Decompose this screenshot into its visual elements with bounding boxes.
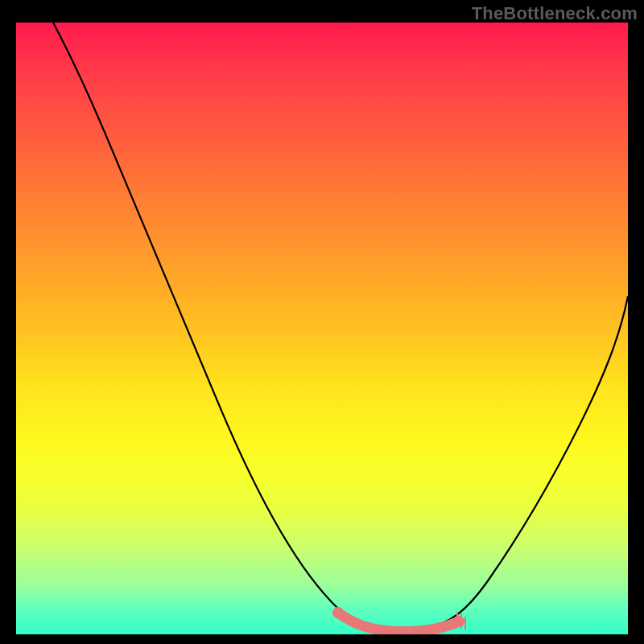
curve-path bbox=[53, 23, 628, 629]
curve-svg bbox=[16, 23, 628, 634]
chart-container: TheBottleneck.com bbox=[0, 0, 644, 644]
svg-point-0 bbox=[332, 607, 344, 618]
bottom-marker bbox=[332, 607, 465, 632]
plot-area bbox=[16, 23, 628, 634]
watermark-text: TheBottleneck.com bbox=[472, 3, 638, 24]
svg-point-1 bbox=[453, 616, 464, 627]
